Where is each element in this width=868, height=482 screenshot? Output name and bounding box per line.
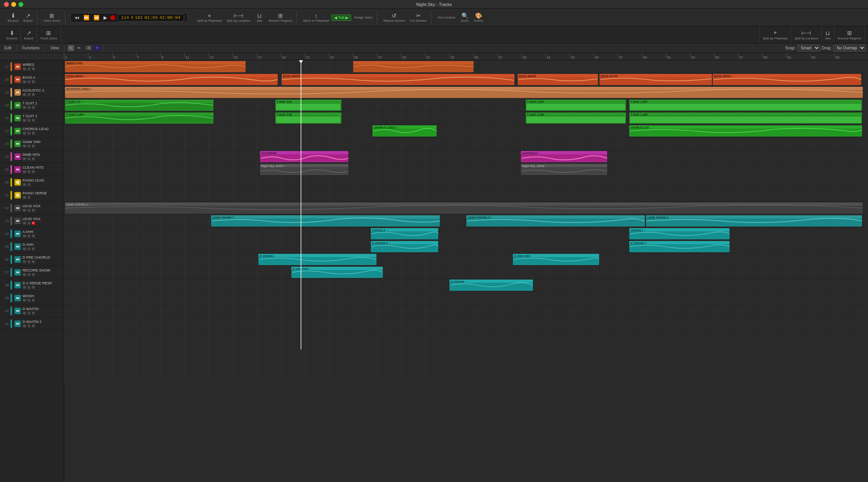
set-locators-button[interactable]: Set Locators xyxy=(435,14,457,20)
region-tguit1-4[interactable]: T GUIT 1.167 xyxy=(629,100,862,111)
track-30-solo[interactable]: S xyxy=(27,183,31,186)
track-34-mute[interactable]: M xyxy=(22,234,26,238)
track-22-mute[interactable]: M xyxy=(22,131,26,135)
track-38-record[interactable]: R xyxy=(32,286,35,289)
region-bass-3[interactable]: BASS AB#02 xyxy=(518,74,598,85)
track-17-record[interactable]: R xyxy=(32,67,35,71)
track-31-mute[interactable]: M xyxy=(22,196,26,199)
track-18-record[interactable]: R xyxy=(32,80,35,84)
track-24-solo[interactable]: S xyxy=(27,157,31,161)
track-38-mute[interactable]: M xyxy=(22,286,26,289)
track-31-solo[interactable]: S xyxy=(27,196,31,199)
repeat-section-button[interactable]: ↺ Repeat Section xyxy=(381,12,407,24)
eraser-tool[interactable]: ⌫ xyxy=(84,45,93,51)
rewind-button[interactable]: ⏪ xyxy=(93,14,100,21)
bounce-tb2[interactable]: ⬇ Bounce xyxy=(3,27,21,43)
track-39-record[interactable]: R xyxy=(32,298,35,302)
region-clean-2[interactable]: Night Sky_10#02 xyxy=(521,164,607,175)
pencil-tool[interactable]: ✏ xyxy=(76,45,82,51)
track-32-mute[interactable]: M xyxy=(22,208,26,212)
join-tb2[interactable]: ⊔ Join xyxy=(822,27,835,43)
track-25-record[interactable]: R xyxy=(32,170,35,174)
track-36-solo[interactable]: S xyxy=(27,260,31,263)
bounce-button[interactable]: ⬇ Bounce xyxy=(6,12,20,24)
track-40-record[interactable]: R xyxy=(32,311,35,315)
track-24-mute[interactable]: M xyxy=(22,157,26,161)
region-tguit1-2[interactable]: T GUIT 1.87 xyxy=(275,100,342,111)
track-33-solo[interactable]: S xyxy=(27,221,31,225)
region-bass-1[interactable]: BASS AB#01 ○ xyxy=(65,74,278,85)
split-playhead-tb2[interactable]: ⌖ Split by Playhead xyxy=(760,27,791,43)
track-zoom-button[interactable]: ⊞ Track Zoom xyxy=(41,12,62,24)
track-17-mute[interactable]: M xyxy=(22,67,26,71)
track-25-solo[interactable]: S xyxy=(27,170,31,174)
regions-svg[interactable]: WIRES A#01 BASS AB#01 ○ xyxy=(64,60,867,349)
split-playhead-button[interactable]: ⌖ Split by Playhead xyxy=(195,12,224,24)
export-tb2[interactable]: ↗ Export xyxy=(21,27,37,43)
region-bass-4[interactable]: BASS AC#01 xyxy=(600,74,712,85)
track-34-record[interactable]: R xyxy=(32,234,35,238)
region-leadv2-3[interactable]: LEAD VOX#01.1 xyxy=(646,215,862,227)
region-aahh-1[interactable]: VOX#01.8 ○ xyxy=(371,228,438,239)
track-20-solo[interactable]: S xyxy=(27,106,31,109)
split-locators-tb2[interactable]: ⊢⊣ Split by Locators xyxy=(791,27,821,43)
track-33-record[interactable]: R xyxy=(32,221,35,225)
track-19-record[interactable]: R xyxy=(32,93,35,96)
split-locators-button[interactable]: ⊢⊣ Split by Locators xyxy=(225,12,252,24)
track-38-solo[interactable]: S xyxy=(27,286,31,289)
track-22-record[interactable]: R xyxy=(32,131,35,135)
region-dahh-1[interactable]: D VOX#02.6 ○ xyxy=(371,241,438,252)
region-dpre-1[interactable]: D VOX#01 ○ xyxy=(258,254,376,265)
track-zoom-tb2[interactable]: ⊞ Track Zoom xyxy=(37,27,61,43)
region-tguit2-4[interactable]: T GUIT 2.165 xyxy=(629,112,862,124)
snap-select[interactable]: Smart xyxy=(797,45,820,51)
track-19-mute[interactable]: M xyxy=(22,93,26,96)
track-20-mute[interactable]: M xyxy=(22,106,26,109)
region-dpre-2[interactable]: D VOX 2#02 ○ xyxy=(513,254,599,265)
maximize-icon[interactable] xyxy=(18,2,23,7)
region-acoustic-1[interactable]: ACOUSTIC 2#02.2 ○ xyxy=(65,87,863,98)
region-chorus-2[interactable]: CHORUS LEA xyxy=(629,125,862,137)
region-recshow-1[interactable]: D VOX 2#01 ○ xyxy=(291,267,383,278)
track-32-solo[interactable]: S xyxy=(27,208,31,212)
nudge-value-button[interactable]: Nudge Value xyxy=(352,14,374,20)
track-36-record[interactable]: R xyxy=(32,260,35,263)
join-button[interactable]: ⊔ Join xyxy=(253,12,266,24)
region-leadv2-1[interactable]: LEAD VOX#03.7 ○ xyxy=(211,215,440,227)
region-clean-1[interactable]: Night Sky_10#01 ○ xyxy=(260,164,348,175)
track-35-solo[interactable]: S xyxy=(27,247,31,251)
rewind-to-start-button[interactable]: ⏮ xyxy=(74,14,80,21)
track-22-solo[interactable]: S xyxy=(27,131,31,135)
marquee-tool[interactable]: H xyxy=(94,45,100,51)
track-41-solo[interactable]: S xyxy=(27,324,31,328)
track-34-solo[interactable]: S xyxy=(27,234,31,238)
track-37-mute[interactable]: M xyxy=(22,273,26,276)
track-17-solo[interactable]: S xyxy=(27,67,31,71)
fast-forward-button[interactable]: ⏩ xyxy=(83,14,90,21)
colors-button[interactable]: 🎨 Colors xyxy=(472,12,485,24)
track-18-mute[interactable]: M xyxy=(22,80,26,84)
track-40-mute[interactable]: M xyxy=(22,311,26,315)
region-tguit2-1[interactable]: T GUIT 2.198 ○ xyxy=(65,112,213,124)
track-21-record[interactable]: R xyxy=(32,118,35,122)
bounce-regions-tb2[interactable]: ⊞ Bounce Regions xyxy=(834,27,865,43)
track-40-solo[interactable]: S xyxy=(27,311,31,315)
track-19-solo[interactable]: S xyxy=(27,93,31,96)
export-button[interactable]: ↗ Export xyxy=(21,12,35,24)
close-icon[interactable] xyxy=(4,2,9,7)
drag-select[interactable]: No Overlap xyxy=(833,45,866,51)
region-tguit1-1[interactable]: T GUIT 1.3 ○ xyxy=(65,100,213,111)
track-23-mute[interactable]: M xyxy=(22,144,26,148)
track-24-record[interactable]: R xyxy=(32,157,35,161)
region-leadv2-2[interactable]: LEAD VOX#03.17 ○ xyxy=(466,215,645,227)
region-tguit1-3[interactable]: T GUIT 1.167 xyxy=(526,100,626,111)
track-41-record[interactable]: R xyxy=(32,324,35,328)
pointer-tool[interactable]: ↖ xyxy=(68,45,74,51)
track-35-record[interactable]: R xyxy=(32,247,35,251)
region-wires-2[interactable] xyxy=(353,61,474,72)
region-leadv-1[interactable]: LEAD VOX#01.1 ○ xyxy=(65,202,863,214)
track-23-solo[interactable]: S xyxy=(27,144,31,148)
track-41-mute[interactable]: M xyxy=(22,324,26,328)
edit-dropdown-button[interactable]: Edit xyxy=(2,45,13,51)
move-playhead-button[interactable]: ↕ Move to Playhead xyxy=(301,12,331,24)
